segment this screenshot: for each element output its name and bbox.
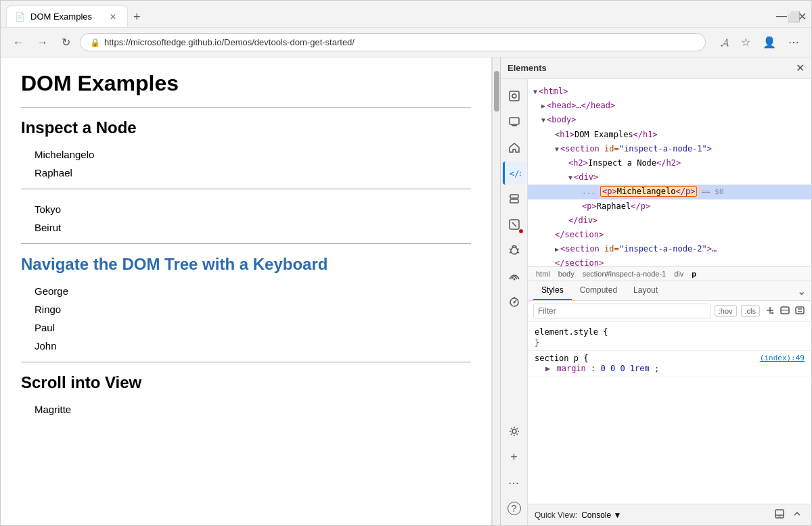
tab-close-button[interactable]: ✕ (107, 11, 119, 23)
quick-view-dock-button[interactable] (772, 508, 787, 522)
expand-arrow[interactable]: ▶ (555, 245, 559, 253)
settings-icon-button[interactable] (503, 420, 526, 443)
expand-arrow[interactable]: ▶ (541, 102, 545, 110)
tab-layout[interactable]: Layout (625, 281, 666, 300)
url-bar[interactable]: 🔒 https://microsoftedge.github.io/Demos/… (80, 33, 706, 51)
new-style-rule-button[interactable] (794, 304, 806, 318)
item-john: John (35, 337, 471, 355)
title-bar: 📄 DOM Examples ✕ + — ⬜ ✕ (1, 1, 811, 28)
inspect-icon-button[interactable] (503, 85, 526, 107)
dom-tree[interactable]: ▼<html> ▶<head>…</head> ▼<body> <h1>DOM … (528, 79, 811, 267)
close-window-button[interactable]: ✕ (798, 10, 806, 18)
more-icon: ⋯ (508, 477, 520, 489)
tab-styles[interactable]: Styles (533, 281, 572, 300)
forward-button[interactable]: → (33, 34, 52, 51)
devtools-main: ▼<html> ▶<head>…</head> ▼<body> <h1>DOM … (528, 79, 811, 525)
css-close-brace: } (535, 338, 805, 348)
quick-view-console-button[interactable]: Console ▼ (581, 510, 621, 520)
dom-line-div-close[interactable]: </div> (528, 214, 811, 228)
breadcrumb-p[interactable]: p (689, 269, 699, 279)
tab-computed[interactable]: Computed (572, 281, 625, 300)
performance-icon-button[interactable] (503, 290, 526, 313)
maximize-button[interactable]: ⬜ (787, 10, 795, 18)
breadcrumb-body[interactable]: body (556, 269, 577, 279)
quick-view-collapse-button[interactable] (790, 508, 805, 522)
home-icon-button[interactable] (503, 136, 526, 159)
read-aloud-button[interactable]: 𝓐 (717, 33, 733, 51)
more-tools-button[interactable]: ⋯ (503, 471, 526, 494)
filter-action-icons (764, 304, 806, 318)
page-title: DOM Examples (21, 71, 471, 96)
body-tag: <body> (547, 115, 576, 124)
error-icon-button[interactable] (503, 213, 526, 236)
dom-line-p-raphael[interactable]: <p>Raphael</p> (528, 199, 811, 214)
dom-line-section2-close[interactable]: </section> (528, 256, 811, 267)
dom-line-h2[interactable]: <h2>Inspect a Node</h2> (528, 156, 811, 170)
svg-point-14 (513, 279, 515, 281)
expand-arrow[interactable]: ▼ (533, 88, 537, 95)
dom-line-div[interactable]: ▼<div> (528, 170, 811, 185)
p-raphael-tag: <p> (582, 201, 597, 211)
triangle-icon[interactable]: ▶ (545, 364, 550, 373)
dom-line-body[interactable]: ▼<body> (528, 113, 811, 127)
expand-arrow[interactable]: ▼ (568, 174, 572, 181)
cls-button[interactable]: .cls (741, 305, 761, 317)
svg-point-17 (512, 429, 516, 433)
dom-line-h1[interactable]: <h1>DOM Examples</h1> (528, 128, 811, 142)
tab-bar: 📄 DOM Examples ✕ + (6, 1, 765, 27)
item-george: George (35, 282, 471, 300)
tab-icon: 📄 (15, 12, 25, 22)
item-michelangelo: Michelangelo (35, 145, 471, 164)
network-icon-button[interactable] (503, 264, 526, 287)
new-tab-button[interactable]: + (128, 7, 146, 27)
minimize-button[interactable]: — (776, 10, 784, 18)
refresh-button[interactable]: ↻ (58, 33, 74, 51)
css-source-link[interactable]: (index):49 (760, 354, 805, 362)
add-style-rule-button[interactable] (764, 304, 776, 318)
toggle-element-state-button[interactable] (779, 304, 791, 318)
lock-icon: 🔒 (90, 38, 100, 47)
bug-icon-button[interactable] (503, 239, 526, 262)
dom-line-section-close[interactable]: </section> (528, 228, 811, 242)
dom-line-html[interactable]: ▼<html> (528, 85, 811, 99)
address-bar-icons: 𝓐 ☆ 👤 ⋯ (717, 33, 803, 51)
section-heading-inspect: Inspect a Node (21, 118, 471, 137)
back-button[interactable]: ← (9, 34, 28, 51)
dom-line-section1[interactable]: ▼<section id="inspect-a-node-1"> (528, 142, 811, 156)
settings-more-button[interactable]: ⋯ (784, 33, 803, 51)
elements-icon-button[interactable]: </> (503, 162, 526, 185)
favorites-button[interactable]: ☆ (737, 33, 754, 51)
expand-arrow[interactable]: ▼ (541, 116, 545, 124)
section-navigate-dom: Navigate the DOM Tree with a Keyboard Ge… (21, 255, 471, 355)
dom-line-head[interactable]: ▶<head>…</head> (528, 99, 811, 113)
profile-button[interactable]: 👤 (759, 33, 780, 51)
breadcrumb-html[interactable]: html (533, 269, 553, 279)
breadcrumb-div[interactable]: div (671, 269, 686, 279)
page-scrollbar[interactable] (492, 57, 500, 525)
svg-rect-6 (510, 199, 518, 203)
tab-more-button[interactable]: ⌄ (797, 285, 806, 297)
layers-icon-button[interactable] (503, 187, 526, 210)
active-tab[interactable]: 📄 DOM Examples ✕ (6, 5, 128, 27)
expand-arrow[interactable]: ▼ (555, 145, 559, 153)
dom-line-p-michelangelo[interactable]: ... <p>Michelangelo</p>== $0 (528, 185, 811, 199)
css-prop-value-margin: 0 0 0 1rem (601, 364, 650, 373)
hov-button[interactable]: :hov (715, 305, 737, 317)
beatles-items: George Ringo Paul John (35, 282, 471, 355)
html-tag: <html> (539, 87, 568, 96)
add-tool-button[interactable]: + (503, 446, 526, 469)
breadcrumb-section[interactable]: section#inspect-a-node-1 (580, 269, 669, 279)
tab-title: DOM Examples (30, 11, 92, 22)
browser-window: 📄 DOM Examples ✕ + — ⬜ ✕ ← → ↻ 🔒 https:/… (0, 0, 812, 526)
svg-rect-3 (512, 125, 517, 126)
filter-input[interactable] (533, 304, 710, 318)
devtools-close-button[interactable]: ✕ (796, 62, 805, 74)
page-scroll-thumb[interactable] (494, 71, 499, 112)
dom-line-section2[interactable]: ▶<section id="inspect-a-node-2">… (528, 242, 811, 256)
divider-4 (21, 362, 471, 362)
svg-line-10 (510, 249, 511, 249)
section-heading-scroll: Scroll into View (21, 373, 471, 392)
devtools-panel: Elements ✕ (500, 57, 811, 525)
help-button[interactable]: ? (503, 497, 526, 520)
device-icon-button[interactable] (503, 110, 526, 133)
